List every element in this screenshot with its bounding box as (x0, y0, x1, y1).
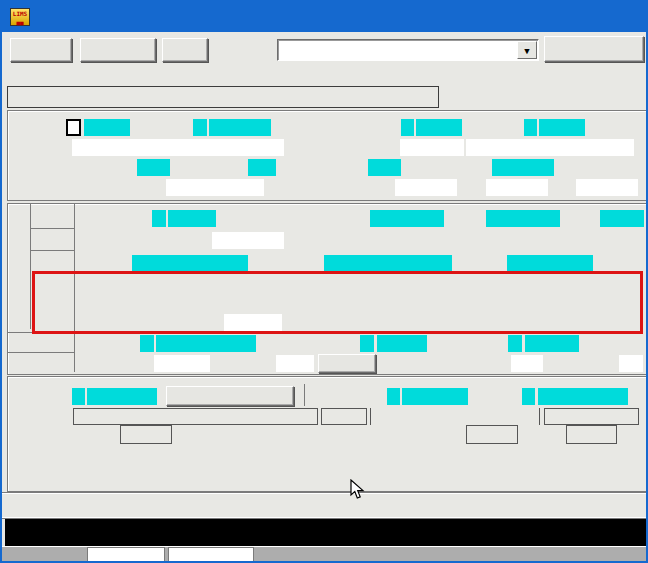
divider (74, 204, 75, 372)
pairbox-shogai (120, 425, 172, 444)
divider (30, 228, 74, 229)
header-shahokei (425, 277, 495, 294)
niijo-field[interactable] (152, 210, 166, 227)
fuyo-num-field[interactable] (276, 355, 314, 372)
mouse-cursor (350, 479, 366, 501)
income-field[interactable] (387, 388, 400, 405)
kosei-field[interactable] (600, 210, 644, 227)
paste-dropdown-button[interactable] (80, 38, 156, 62)
group-shinzoku-box (370, 408, 540, 425)
income-name-field[interactable] (402, 388, 468, 405)
work-day-field[interactable] (576, 179, 638, 196)
ref-company-box[interactable] (87, 547, 165, 563)
app-window: LIMS■■ ▼ (0, 0, 648, 563)
header-nontax (350, 277, 420, 294)
header-shotokuzei (525, 277, 597, 294)
employee-header-box (7, 86, 439, 108)
nencho-kubun-field[interactable] (524, 119, 537, 136)
otsuran-field[interactable] (401, 119, 414, 136)
combobox-arrow-icon[interactable]: ▼ (517, 41, 537, 59)
closing-day-field[interactable] (72, 139, 284, 156)
niijo-name-field[interactable] (168, 210, 216, 227)
reset-button[interactable] (318, 354, 376, 373)
old-kana-field[interactable] (324, 255, 452, 272)
renew-month-field[interactable] (248, 159, 276, 176)
header-payday (236, 277, 274, 294)
divider (8, 332, 74, 333)
title-bar: LIMS■■ (2, 2, 646, 32)
process-name-field[interactable] (166, 179, 264, 196)
minimize-button[interactable] (530, 2, 562, 32)
divider (30, 250, 74, 251)
mnm-button[interactable] (162, 38, 208, 62)
settings-button[interactable] (10, 38, 72, 62)
fuyo-mode-field[interactable] (72, 388, 85, 405)
kaigo-field[interactable] (486, 210, 560, 227)
futsu-name-field[interactable] (156, 335, 256, 352)
group-shogai-box (544, 408, 639, 425)
maximize-button[interactable] (570, 2, 602, 32)
base-days-field[interactable] (137, 159, 170, 176)
work-month-field[interactable] (395, 179, 457, 196)
tax-table-name-field[interactable] (209, 119, 271, 136)
jumin-month-field (511, 355, 543, 372)
close-button[interactable] (612, 2, 644, 32)
otsuran-name-field[interactable] (416, 119, 462, 136)
joyaku-field[interactable] (508, 335, 522, 352)
header-fu (499, 277, 521, 294)
aoiro-name-field[interactable] (377, 335, 427, 352)
futsu-field[interactable] (140, 335, 154, 352)
tax-table-field[interactable] (193, 119, 207, 136)
work-week-field[interactable] (486, 179, 548, 196)
group-kohai-box (321, 408, 367, 425)
divider (8, 352, 74, 353)
pay-system-field[interactable] (66, 119, 81, 136)
city-code-field[interactable] (400, 139, 464, 156)
ref-employee-box[interactable] (168, 547, 254, 563)
hint-band (2, 492, 648, 519)
divider (30, 204, 31, 329)
limit-days-field[interactable] (368, 159, 401, 176)
tsukin-field[interactable] (224, 314, 282, 331)
printer-setup-button[interactable] (544, 36, 644, 62)
message-bar (5, 519, 647, 546)
app-icon: LIMS■■ (10, 8, 30, 26)
output-mode-combobox[interactable]: ▼ (277, 39, 539, 61)
pairbox-tokubetsu (566, 425, 617, 444)
aoiro-field[interactable] (360, 335, 374, 352)
pay-system-name-field[interactable] (84, 119, 130, 136)
santei-field[interactable] (212, 232, 284, 249)
spouse-name-field[interactable] (538, 388, 628, 405)
fuyo-mode-name-field[interactable] (87, 388, 157, 405)
kenpo-field[interactable] (370, 210, 444, 227)
change-date-field[interactable] (507, 255, 593, 272)
header-gross (277, 277, 347, 294)
nencho-name-field[interactable] (539, 119, 585, 136)
status-bar (2, 546, 648, 563)
divider (304, 384, 305, 406)
group-honnin-box (73, 408, 318, 425)
pairbox-rojin (466, 425, 518, 444)
teigaku-state-field (154, 355, 210, 372)
this-year-field[interactable] (492, 159, 554, 176)
joyaku-name-field[interactable] (525, 335, 579, 352)
city-name-field[interactable] (466, 139, 634, 156)
recalc-2025-button[interactable] (166, 386, 294, 406)
spouse-field[interactable] (522, 388, 535, 405)
manual-field[interactable] (619, 355, 643, 372)
old-name-field[interactable] (132, 255, 248, 272)
